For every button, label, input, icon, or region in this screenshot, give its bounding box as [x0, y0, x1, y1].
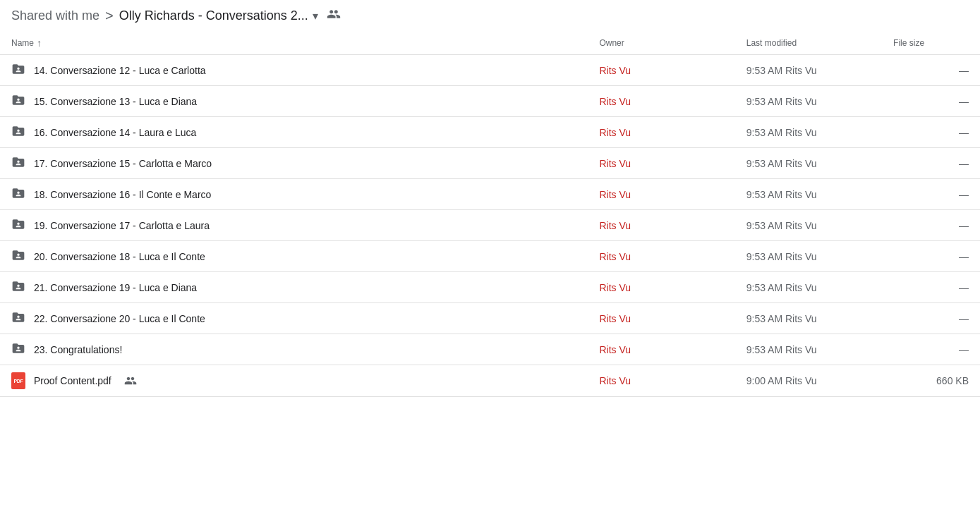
- size-cell: —: [882, 117, 980, 148]
- size-cell: —: [882, 148, 980, 179]
- sort-arrow-icon: ↑: [37, 37, 42, 49]
- shared-folder-icon: [11, 62, 25, 78]
- modified-cell: 9:53 AM Rits Vu: [735, 272, 882, 303]
- shared-folder-icon: [11, 186, 25, 202]
- modified-cell: 9:00 AM Rits Vu: [735, 365, 882, 397]
- shared-folder-icon: [11, 248, 25, 264]
- size-cell: —: [882, 334, 980, 365]
- size-cell: —: [882, 55, 980, 86]
- table-row[interactable]: 23. Congratulations!Rits Vu9:53 AM Rits …: [0, 334, 980, 365]
- modified-cell: 9:53 AM Rits Vu: [735, 303, 882, 334]
- breadcrumb-separator: >: [105, 8, 114, 24]
- shared-folder-icon: [11, 155, 25, 171]
- size-cell: —: [882, 86, 980, 117]
- table-row[interactable]: 20. Conversazione 18 - Luca e Il ConteRi…: [0, 241, 980, 272]
- shared-people-icon: [120, 374, 137, 387]
- size-cell: —: [882, 241, 980, 272]
- table-row[interactable]: 22. Conversazione 20 - Luca e Il ConteRi…: [0, 303, 980, 334]
- owner-cell: Rits Vu: [588, 241, 734, 272]
- shared-folder-icon: [11, 341, 25, 357]
- owner-cell: Rits Vu: [588, 334, 734, 365]
- size-cell: —: [882, 179, 980, 210]
- table-row[interactable]: 15. Conversazione 13 - Luca e DianaRits …: [0, 86, 980, 117]
- col-header-name[interactable]: Name ↑: [0, 32, 588, 55]
- modified-cell: 9:53 AM Rits Vu: [735, 179, 882, 210]
- pdf-file-icon: PDF: [11, 372, 25, 389]
- item-name-label: 22. Conversazione 20 - Luca e Il Conte: [34, 313, 205, 324]
- item-name-label: 20. Conversazione 18 - Luca e Il Conte: [34, 251, 205, 262]
- shared-folder-icon: [11, 217, 25, 233]
- col-header-size[interactable]: File size: [882, 32, 980, 55]
- size-cell: 660 KB: [882, 365, 980, 397]
- item-name-label: Proof Content.pdf: [34, 375, 111, 386]
- modified-cell: 9:53 AM Rits Vu: [735, 148, 882, 179]
- col-header-modified[interactable]: Last modified: [735, 32, 882, 55]
- col-header-owner[interactable]: Owner: [588, 32, 734, 55]
- people-icon[interactable]: [327, 7, 341, 25]
- table-row[interactable]: PDFProof Content.pdf Rits Vu9:00 AM Rits…: [0, 365, 980, 397]
- modified-cell: 9:53 AM Rits Vu: [735, 241, 882, 272]
- current-folder-label: Olly Richards - Conversations 2...: [119, 8, 308, 23]
- shared-folder-icon: [11, 279, 25, 295]
- modified-cell: 9:53 AM Rits Vu: [735, 334, 882, 365]
- item-name-label: 23. Congratulations!: [34, 344, 122, 355]
- shared-folder-icon: [11, 93, 25, 109]
- modified-cell: 9:53 AM Rits Vu: [735, 210, 882, 241]
- file-table: Name ↑ Owner Last modified File size 14.…: [0, 32, 980, 397]
- size-cell: —: [882, 272, 980, 303]
- item-name-label: 15. Conversazione 13 - Luca e Diana: [34, 96, 197, 107]
- item-name-label: 17. Conversazione 15 - Carlotta e Marco: [34, 158, 212, 169]
- owner-cell: Rits Vu: [588, 117, 734, 148]
- table-row[interactable]: 17. Conversazione 15 - Carlotta e MarcoR…: [0, 148, 980, 179]
- table-row[interactable]: 18. Conversazione 16 - Il Conte e MarcoR…: [0, 179, 980, 210]
- table-row[interactable]: 14. Conversazione 12 - Luca e CarlottaRi…: [0, 55, 980, 86]
- owner-cell: Rits Vu: [588, 365, 734, 397]
- item-name-label: 18. Conversazione 16 - Il Conte e Marco: [34, 189, 211, 200]
- size-cell: —: [882, 210, 980, 241]
- owner-cell: Rits Vu: [588, 303, 734, 334]
- breadcrumb-dropdown-icon[interactable]: ▾: [313, 9, 318, 23]
- size-cell: —: [882, 303, 980, 334]
- modified-cell: 9:53 AM Rits Vu: [735, 86, 882, 117]
- item-name-label: 19. Conversazione 17 - Carlotta e Laura: [34, 220, 210, 231]
- modified-cell: 9:53 AM Rits Vu: [735, 117, 882, 148]
- breadcrumb: Shared with me > Olly Richards - Convers…: [0, 0, 980, 32]
- shared-with-me-link[interactable]: Shared with me: [11, 8, 99, 23]
- owner-cell: Rits Vu: [588, 86, 734, 117]
- shared-folder-icon: [11, 124, 25, 140]
- shared-folder-icon: [11, 310, 25, 326]
- breadcrumb-current-folder: Olly Richards - Conversations 2... ▾: [119, 8, 318, 23]
- owner-cell: Rits Vu: [588, 210, 734, 241]
- modified-cell: 9:53 AM Rits Vu: [735, 55, 882, 86]
- owner-cell: Rits Vu: [588, 55, 734, 86]
- item-name-label: 21. Conversazione 19 - Luca e Diana: [34, 282, 197, 293]
- item-name-label: 16. Conversazione 14 - Laura e Luca: [34, 127, 196, 138]
- owner-cell: Rits Vu: [588, 148, 734, 179]
- owner-cell: Rits Vu: [588, 179, 734, 210]
- owner-cell: Rits Vu: [588, 272, 734, 303]
- item-name-label: 14. Conversazione 12 - Luca e Carlotta: [34, 65, 206, 76]
- table-row[interactable]: 19. Conversazione 17 - Carlotta e LauraR…: [0, 210, 980, 241]
- table-row[interactable]: 21. Conversazione 19 - Luca e DianaRits …: [0, 272, 980, 303]
- table-row[interactable]: 16. Conversazione 14 - Laura e LucaRits …: [0, 117, 980, 148]
